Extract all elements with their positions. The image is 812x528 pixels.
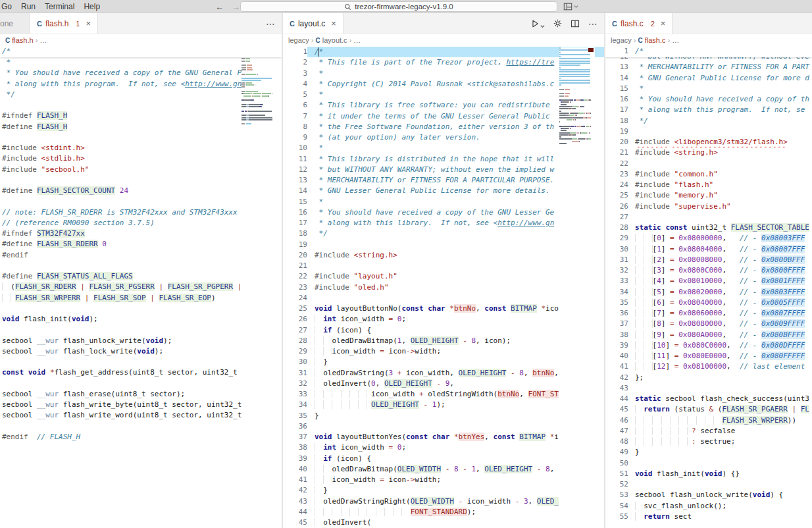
code-line[interactable]: 31 oledDrawString(3 + icon_width, OLED_H… <box>283 368 604 379</box>
code-line[interactable]: 33 [4] = 0x08010000, // - 0x0801FFFF <box>605 276 812 286</box>
line-number[interactable]: 44 <box>605 394 628 404</box>
line-number[interactable]: 38 <box>605 330 628 340</box>
code-line[interactable]: 3 * <box>283 68 604 79</box>
code-line[interactable]: 10 * <box>283 143 604 153</box>
line-number[interactable]: 43 <box>605 383 628 394</box>
code-line[interactable]: 22 <box>605 159 812 169</box>
code-line[interactable]: 31 [2] = 0x08008000, // - 0x0800BFFF <box>605 255 812 265</box>
line-number[interactable]: 31 <box>605 255 628 265</box>
code-line[interactable]: // note: FLASH_SR_RDERR is STM32F42xxx a… <box>0 207 282 218</box>
minimap[interactable] <box>241 47 280 528</box>
code-line[interactable]: 7 * it under the terms of the GNU Lesser… <box>283 111 604 122</box>
code-line[interactable]: #endif // FLASH_H <box>0 432 282 442</box>
back-arrow-icon[interactable]: ← <box>215 2 224 12</box>
code-line[interactable]: #define FLASH_SR_RDERR 0 <box>0 239 282 250</box>
line-number[interactable]: 3 <box>283 68 307 79</box>
code-line[interactable] <box>0 421 282 432</box>
code-line[interactable]: 18 */ <box>605 116 812 126</box>
code-line[interactable]: #define FLASH_STATUS_ALL_FLAGS <box>0 271 282 282</box>
code-line[interactable]: 29 icon_width = icon->width; <box>283 346 604 357</box>
code-line[interactable]: 32 oledInvert(0, OLED_HEIGHT - 9, <box>283 379 604 389</box>
line-number[interactable]: 41 <box>283 475 307 485</box>
breadcrumb-item[interactable]: flash.c <box>645 36 666 44</box>
code-line[interactable]: 6 * This library is free software: you c… <box>283 100 604 111</box>
line-number[interactable]: 24 <box>605 180 628 190</box>
code-line[interactable]: 39 [10] = 0x080C0000, // - 0x080DFFFF <box>605 340 812 351</box>
gear-icon[interactable] <box>553 19 562 28</box>
code-line[interactable]: 27 if (icon) { <box>283 325 604 336</box>
line-number[interactable]: 35 <box>605 298 628 308</box>
line-number[interactable]: 22 <box>605 159 628 169</box>
code-line[interactable] <box>0 175 282 186</box>
code-line[interactable]: 45 return (status & (FLASH_SR_PGAERR | F… <box>605 404 812 415</box>
line-number[interactable]: 33 <box>283 389 307 400</box>
line-number[interactable]: 30 <box>605 244 628 255</box>
line-number[interactable]: 45 <box>283 517 307 528</box>
code-line[interactable]: 45 oledInvert( <box>283 517 604 528</box>
code-line[interactable]: 13 * MERCHANTABILITY or FITNESS FOR A PA… <box>283 175 604 186</box>
line-number[interactable]: 8 <box>283 122 307 132</box>
line-number[interactable]: 38 <box>283 442 307 453</box>
code-line[interactable]: FLASH_SR_WRPERR | FLASH_SR_SOP | FLASH_S… <box>0 293 282 304</box>
code-line[interactable]: 1/* <box>283 47 604 57</box>
line-number[interactable]: 28 <box>605 223 628 233</box>
code-line[interactable]: secbool __wur flash_lock_write(void); <box>0 346 282 357</box>
code-line[interactable]: 49} <box>605 447 812 458</box>
code-line[interactable]: #include <stdint.h> <box>0 143 282 153</box>
line-number[interactable]: 50 <box>605 458 628 469</box>
code-line[interactable]: 47 ? secfalse <box>605 426 812 436</box>
line-number[interactable]: 7 <box>283 111 307 122</box>
tab-flash-c[interactable]: C flash.c 2 × <box>605 13 672 34</box>
code-line[interactable]: 55 return sect <box>605 512 812 522</box>
code-line[interactable]: 24#include "flash.h" <box>605 180 812 190</box>
line-number[interactable]: 15 <box>605 84 628 94</box>
breadcrumb-item[interactable]: … <box>353 36 361 44</box>
line-number[interactable]: 36 <box>283 421 307 432</box>
code-line[interactable]: 38 [9] = 0x080A0000, // - 0x080BFFFF <box>605 330 812 340</box>
code-line[interactable]: 20#include <libopencm3/stm32/flash.h> <box>605 137 812 147</box>
code-line[interactable]: 53secbool flash_unlock_write(void) { <box>605 490 812 500</box>
line-number[interactable]: 2 <box>283 57 307 68</box>
code-line[interactable]: 19 <box>605 126 812 137</box>
tab-layout-c[interactable]: C layout.c × <box>283 13 343 34</box>
line-number[interactable]: 53 <box>605 490 628 500</box>
code-line[interactable] <box>0 132 282 143</box>
code-line[interactable]: 51void flash_init(void) {} <box>605 469 812 479</box>
menu-go[interactable]: Go <box>0 2 16 11</box>
code-editor-flash-c[interactable]: 12 * but WITHOUT ANY WARRANTY; without e… <box>605 46 812 528</box>
code-line[interactable]: 48 : sectrue; <box>605 436 812 447</box>
code-line[interactable]: 21#include <string.h> <box>605 147 812 158</box>
line-number[interactable]: 29 <box>605 233 628 244</box>
code-line[interactable]: 25#include "memory.h" <box>605 190 812 201</box>
code-line[interactable]: 46 FLASH_SR_WRPERR)) <box>605 415 812 426</box>
code-line[interactable] <box>0 357 282 367</box>
line-number[interactable]: 21 <box>605 147 628 158</box>
code-line[interactable]: #endif <box>0 250 282 261</box>
breadcrumb-item[interactable]: … <box>39 36 47 44</box>
line-number[interactable]: 14 <box>283 186 307 196</box>
code-line[interactable] <box>0 261 282 271</box>
code-line[interactable]: const void *flash_get_address(uint8_t se… <box>0 367 282 378</box>
line-number[interactable]: 16 <box>283 207 307 218</box>
code-editor-layout-c[interactable]: 1/*2 * This file is part of the Trezor p… <box>283 46 604 528</box>
line-number[interactable]: 9 <box>283 132 307 143</box>
line-number[interactable]: 26 <box>605 201 628 212</box>
code-line[interactable]: 42}; <box>605 373 812 383</box>
code-line[interactable]: 52 <box>605 479 812 490</box>
line-number[interactable]: 23 <box>605 169 628 180</box>
menu-terminal[interactable]: Terminal <box>40 2 79 11</box>
code-line[interactable]: * You should have received a copy of the… <box>0 68 282 78</box>
code-line[interactable] <box>0 325 282 335</box>
code-line[interactable]: 14 * GNU General Public License for more… <box>605 73 812 84</box>
line-number[interactable]: 15 <box>283 197 307 207</box>
breadcrumb-item[interactable]: legacy <box>288 36 309 44</box>
code-line[interactable]: 30 } <box>283 357 604 367</box>
code-line[interactable]: 29 [0] = 0x08000000, // - 0x08003FFF <box>605 233 812 244</box>
code-line[interactable]: 28 oledDrawBitmap(1, OLED_HEIGHT - 8, ic… <box>283 336 604 346</box>
line-number[interactable]: 37 <box>283 432 307 442</box>
code-line[interactable] <box>0 100 282 111</box>
code-line[interactable]: 24 <box>283 293 604 304</box>
line-number[interactable]: 25 <box>283 304 307 314</box>
line-number[interactable]: 45 <box>605 404 628 415</box>
line-number[interactable]: 24 <box>283 293 307 304</box>
